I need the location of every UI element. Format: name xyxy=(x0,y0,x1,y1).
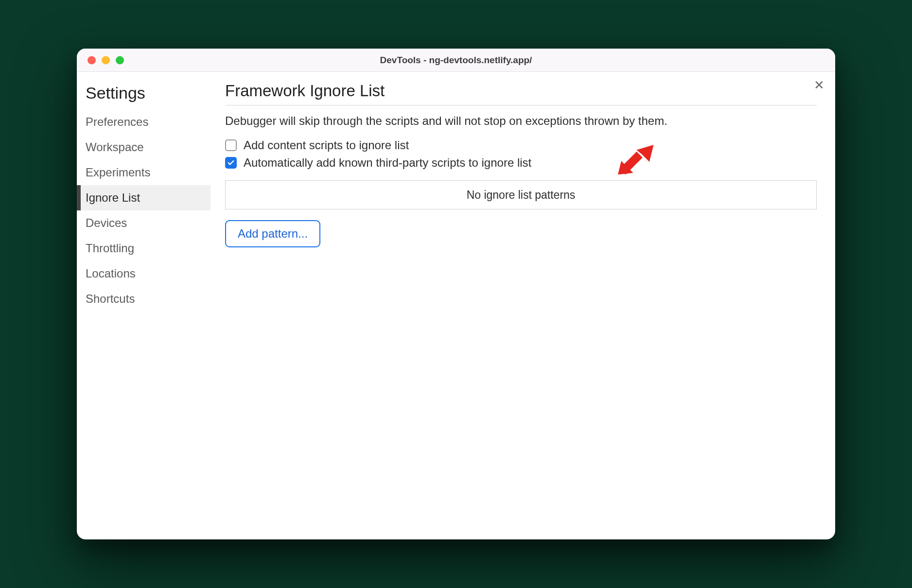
sidebar-item-label: Devices xyxy=(86,216,127,229)
checkbox-label: Automatically add known third-party scri… xyxy=(244,156,531,170)
close-icon[interactable]: ✕ xyxy=(814,79,824,91)
window-title: DevTools - ng-devtools.netlify.app/ xyxy=(77,55,835,66)
settings-title: Settings xyxy=(77,81,210,109)
traffic-lights xyxy=(88,56,124,64)
sidebar-item-shortcuts[interactable]: Shortcuts xyxy=(77,286,210,311)
sidebar-item-experiments[interactable]: Experiments xyxy=(77,160,210,185)
empty-patterns-text: No ignore list patterns xyxy=(467,189,576,202)
sidebar-item-locations[interactable]: Locations xyxy=(77,261,210,286)
checkbox-row-content-scripts[interactable]: Add content scripts to ignore list xyxy=(225,138,817,152)
window-minimize-button[interactable] xyxy=(102,56,110,64)
page-heading: Framework Ignore List xyxy=(225,82,817,105)
sidebar-item-label: Locations xyxy=(86,267,136,280)
ignore-patterns-list: No ignore list patterns xyxy=(225,180,817,209)
sidebar-item-label: Ignore List xyxy=(86,191,140,204)
settings-sidebar: Settings Preferences Workspace Experimen… xyxy=(77,72,210,539)
page-description: Debugger will skip through the scripts a… xyxy=(225,114,817,128)
window-maximize-button[interactable] xyxy=(116,56,124,64)
sidebar-item-ignore-list[interactable]: Ignore List xyxy=(77,185,210,210)
window-close-button[interactable] xyxy=(88,56,96,64)
add-pattern-label: Add pattern... xyxy=(238,227,308,240)
add-pattern-button[interactable]: Add pattern... xyxy=(225,220,320,247)
sidebar-item-devices[interactable]: Devices xyxy=(77,210,210,236)
window-titlebar: DevTools - ng-devtools.netlify.app/ xyxy=(77,49,835,72)
sidebar-item-throttling[interactable]: Throttling xyxy=(77,236,210,261)
sidebar-item-label: Workspace xyxy=(86,140,144,154)
sidebar-item-label: Throttling xyxy=(86,242,134,255)
svg-marker-1 xyxy=(618,161,633,174)
sidebar-item-label: Shortcuts xyxy=(86,292,135,305)
checkbox-icon[interactable] xyxy=(225,139,237,151)
sidebar-item-workspace[interactable]: Workspace xyxy=(77,135,210,160)
sidebar-items: Preferences Workspace Experiments Ignore… xyxy=(77,109,210,311)
settings-main: Framework Ignore List Debugger will skip… xyxy=(210,72,835,539)
sidebar-item-label: Preferences xyxy=(86,115,148,128)
checkbox-row-third-party[interactable]: Automatically add known third-party scri… xyxy=(225,156,817,170)
sidebar-item-label: Experiments xyxy=(86,166,150,179)
devtools-settings-window: DevTools - ng-devtools.netlify.app/ ✕ Se… xyxy=(77,49,835,539)
settings-body: ✕ Settings Preferences Workspace Experim… xyxy=(77,72,835,539)
checkbox-label: Add content scripts to ignore list xyxy=(244,138,409,152)
svg-marker-0 xyxy=(620,152,643,174)
sidebar-item-preferences[interactable]: Preferences xyxy=(77,109,210,135)
checkbox-icon[interactable] xyxy=(225,157,237,169)
